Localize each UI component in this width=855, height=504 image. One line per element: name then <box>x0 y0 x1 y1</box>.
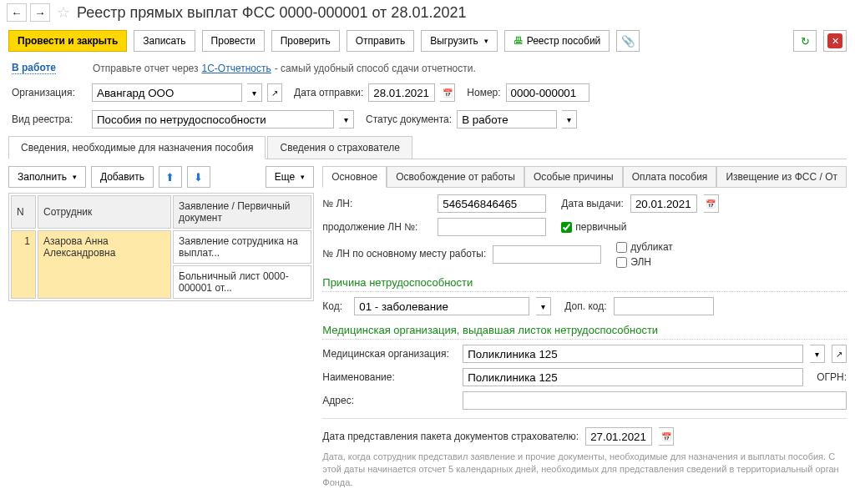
calendar-icon[interactable]: 📅 <box>704 194 719 213</box>
org-label: Организация: <box>12 87 87 98</box>
date-send-label: Дата отправки: <box>294 87 363 98</box>
ln-main-input[interactable] <box>493 245 601 264</box>
med-org-input[interactable] <box>463 345 803 363</box>
add-code-input[interactable] <box>614 297 714 315</box>
close-icon[interactable]: ✕ <box>823 30 847 52</box>
code-label: Код: <box>322 300 347 312</box>
cell-doc2: Больничный лист 0000-000001 от... <box>173 265 311 299</box>
reason-header: Причина нетрудоспособности <box>322 276 847 292</box>
cont-ln-input[interactable] <box>438 218 546 236</box>
add-code-label: Доп. код: <box>564 300 606 312</box>
cell-employee: Азарова Анна Александровна <box>38 230 171 299</box>
name-input[interactable] <box>463 368 803 386</box>
subtab-notice[interactable]: Извещение из ФСС / От <box>716 166 847 187</box>
back-button[interactable]: ← <box>7 3 27 22</box>
write-button[interactable]: Записать <box>134 30 195 52</box>
reestr-button[interactable]: 🖶 Реестр пособий <box>504 30 610 52</box>
refresh-icon[interactable]: ↻ <box>793 30 817 52</box>
org-input[interactable] <box>92 83 242 102</box>
col-employee[interactable]: Сотрудник <box>38 195 171 229</box>
subtab-payment[interactable]: Оплата пособия <box>623 166 717 187</box>
info-prefix: Отправьте отчет через <box>93 63 199 74</box>
kind-label: Вид реестра: <box>12 113 87 125</box>
info-suffix: - самый удобный способ сдачи отчетности. <box>275 63 476 74</box>
forward-button[interactable]: → <box>30 3 50 22</box>
tab-details[interactable]: Сведения, необходимые для назначения пос… <box>8 136 266 159</box>
calendar-icon[interactable]: 📅 <box>659 427 674 446</box>
duplicate-label: дубликат <box>630 241 673 253</box>
add-button[interactable]: Добавить <box>91 166 154 188</box>
kind-dropdown-icon[interactable]: ▾ <box>339 110 354 129</box>
med-header: Медицинская организация, выдавшая листок… <box>322 324 847 340</box>
number-label: Номер: <box>467 87 500 98</box>
subtab-release[interactable]: Освобождение от работы <box>387 166 524 187</box>
cell-doc1: Заявление сотрудника на выплат... <box>173 230 311 264</box>
cell-n: 1 <box>11 230 36 299</box>
move-down-icon[interactable]: ⬇ <box>187 166 210 188</box>
doc-status-input[interactable] <box>457 110 557 129</box>
pack-date-input[interactable] <box>585 427 652 446</box>
ln-label: № ЛН: <box>322 198 431 209</box>
subtab-special[interactable]: Особые причины <box>524 166 623 187</box>
med-org-label: Медицинская организация: <box>322 348 456 360</box>
primary-label: первичный <box>575 221 626 233</box>
code-input[interactable] <box>354 297 529 315</box>
eln-label: ЭЛН <box>630 256 651 268</box>
export-button[interactable]: Выгрузить <box>421 30 498 52</box>
name-label: Наименование: <box>322 371 456 383</box>
move-up-icon[interactable]: ⬆ <box>159 166 182 188</box>
reporting-link[interactable]: 1С-Отчетность <box>202 63 271 74</box>
employee-table: N Сотрудник Заявление / Первичный докуме… <box>8 193 314 301</box>
more-button[interactable]: Еще <box>266 166 314 188</box>
med-org-open-icon[interactable]: ↗ <box>832 345 847 363</box>
org-open-icon[interactable]: ↗ <box>267 83 282 102</box>
issue-date-input[interactable] <box>630 194 697 213</box>
duplicate-checkbox[interactable]: дубликат <box>616 241 673 253</box>
attach-icon[interactable]: 📎 <box>616 30 640 52</box>
send-button[interactable]: Отправить <box>347 30 415 52</box>
date-send-input[interactable] <box>368 83 435 102</box>
issue-date-label: Дата выдачи: <box>561 198 624 209</box>
doc-status-dropdown-icon[interactable]: ▾ <box>562 110 577 129</box>
col-n[interactable]: N <box>11 195 36 229</box>
note-text: Дата, когда сотрудник представил заявлен… <box>322 451 847 489</box>
table-row[interactable]: 1 Азарова Анна Александровна Заявление с… <box>11 230 311 264</box>
code-dropdown-icon[interactable]: ▾ <box>536 297 551 315</box>
primary-checkbox[interactable]: первичный <box>561 221 626 233</box>
page-title: Реестр прямых выплат ФСС 0000-000001 от … <box>77 4 466 22</box>
med-org-dropdown-icon[interactable]: ▾ <box>810 345 825 363</box>
reestr-label: Реестр пособий <box>527 35 601 47</box>
fill-button[interactable]: Заполнить <box>8 166 86 188</box>
tab-insurer[interactable]: Сведения о страхователе <box>267 136 412 159</box>
calendar-icon[interactable]: 📅 <box>440 83 455 102</box>
pack-date-label: Дата представления пакета документов стр… <box>322 431 579 442</box>
post-button[interactable]: Провести <box>202 30 265 52</box>
ln-main-label: № ЛН по основному месту работы: <box>322 248 486 261</box>
star-icon[interactable]: ☆ <box>57 3 70 22</box>
doc-status-label: Статус документа: <box>366 113 452 125</box>
ln-input[interactable] <box>438 194 546 213</box>
save-close-button[interactable]: Провести и закрыть <box>8 30 127 52</box>
check-button[interactable]: Проверить <box>271 30 340 52</box>
eln-checkbox[interactable]: ЭЛН <box>616 256 673 268</box>
cont-ln-label: продолжение ЛН №: <box>322 221 431 233</box>
status-link[interactable]: В работе <box>12 62 56 74</box>
subtab-main[interactable]: Основное <box>322 166 387 188</box>
org-dropdown-icon[interactable]: ▾ <box>247 83 262 102</box>
kind-input[interactable] <box>92 110 334 129</box>
addr-input[interactable] <box>463 391 847 410</box>
number-input[interactable] <box>506 83 589 102</box>
col-doc[interactable]: Заявление / Первичный документ <box>173 195 311 229</box>
addr-label: Адрес: <box>322 395 456 406</box>
ogrn-label: ОГРН: <box>817 371 847 383</box>
